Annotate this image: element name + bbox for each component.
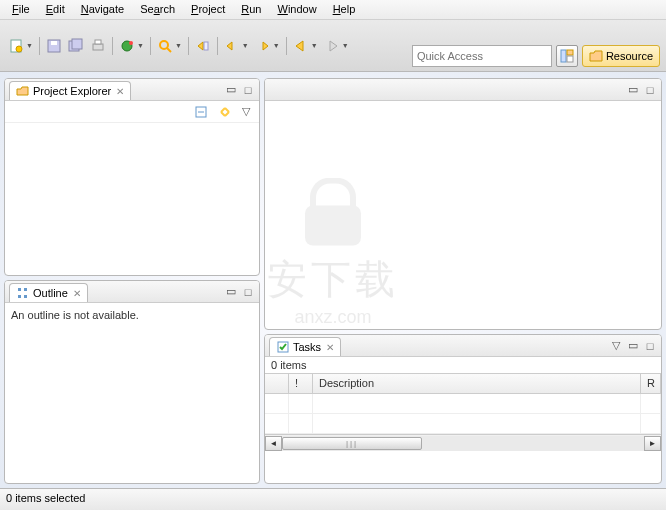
menu-file[interactable]: File bbox=[4, 0, 38, 19]
svg-point-10 bbox=[160, 41, 168, 49]
col-complete[interactable] bbox=[265, 374, 289, 393]
project-explorer-tab[interactable]: Project Explorer ✕ bbox=[9, 81, 131, 100]
print-button[interactable] bbox=[88, 36, 108, 56]
svg-rect-14 bbox=[567, 50, 573, 55]
svg-rect-6 bbox=[93, 44, 103, 50]
status-bar: 0 items selected bbox=[0, 488, 666, 510]
close-icon[interactable]: ✕ bbox=[116, 86, 124, 97]
nav-next-dropdown[interactable]: ▼ bbox=[273, 42, 280, 49]
menu-edit[interactable]: Edit bbox=[38, 0, 73, 19]
scroll-thumb[interactable]: ||| bbox=[282, 437, 422, 450]
menu-navigate[interactable]: Navigate bbox=[73, 0, 132, 19]
scroll-track[interactable]: ||| bbox=[282, 436, 644, 451]
editor-area: ▭ □ bbox=[264, 78, 662, 330]
tasks-tab[interactable]: Tasks ✕ bbox=[269, 337, 341, 356]
maximize-icon[interactable]: □ bbox=[241, 83, 255, 97]
new-button[interactable] bbox=[6, 36, 26, 56]
forward-button[interactable] bbox=[322, 36, 342, 56]
svg-rect-7 bbox=[95, 40, 101, 44]
svg-rect-13 bbox=[561, 50, 566, 62]
menu-bar: File Edit Navigate Search Project Run Wi… bbox=[0, 0, 666, 20]
forward-dropdown[interactable]: ▼ bbox=[342, 42, 349, 49]
project-explorer-view: Project Explorer ✕ ▭ □ ▽ bbox=[4, 78, 260, 276]
back-button[interactable] bbox=[291, 36, 311, 56]
col-resource[interactable]: R bbox=[641, 374, 661, 393]
scroll-right-button[interactable]: ► bbox=[644, 436, 661, 451]
nav-next-annotation-button[interactable] bbox=[253, 36, 273, 56]
minimize-icon[interactable]: ▭ bbox=[626, 83, 640, 97]
view-menu-icon[interactable]: ▽ bbox=[609, 339, 623, 353]
debug-button[interactable] bbox=[117, 36, 137, 56]
svg-rect-18 bbox=[18, 288, 21, 291]
svg-rect-5 bbox=[72, 39, 82, 49]
resource-perspective-button[interactable]: Resource bbox=[582, 45, 660, 67]
new-dropdown[interactable]: ▼ bbox=[26, 42, 33, 49]
project-explorer-title: Project Explorer bbox=[33, 85, 111, 97]
tasks-title: Tasks bbox=[293, 341, 321, 353]
search-dropdown[interactable]: ▼ bbox=[175, 42, 182, 49]
svg-rect-15 bbox=[567, 56, 573, 62]
minimize-icon[interactable]: ▭ bbox=[626, 339, 640, 353]
maximize-icon[interactable]: □ bbox=[241, 285, 255, 299]
status-text: 0 items selected bbox=[6, 492, 85, 504]
svg-rect-20 bbox=[24, 288, 27, 291]
folder-icon bbox=[589, 49, 603, 63]
outline-title: Outline bbox=[33, 287, 68, 299]
svg-point-9 bbox=[129, 41, 133, 45]
svg-rect-12 bbox=[204, 42, 208, 50]
menu-help[interactable]: Help bbox=[325, 0, 364, 19]
tasks-table: ! Description R bbox=[265, 373, 661, 434]
save-all-button[interactable] bbox=[66, 36, 86, 56]
tasks-icon bbox=[276, 340, 290, 354]
maximize-icon[interactable]: □ bbox=[643, 83, 657, 97]
table-row[interactable] bbox=[265, 394, 661, 414]
minimize-icon[interactable]: ▭ bbox=[224, 285, 238, 299]
close-icon[interactable]: ✕ bbox=[73, 288, 81, 299]
svg-rect-3 bbox=[51, 41, 57, 45]
collapse-all-button[interactable] bbox=[191, 102, 211, 122]
outline-icon bbox=[16, 286, 30, 300]
nav-prev-dropdown[interactable]: ▼ bbox=[242, 42, 249, 49]
resource-label: Resource bbox=[606, 50, 653, 62]
horizontal-scrollbar[interactable]: ◄ ||| ► bbox=[265, 434, 661, 451]
maximize-icon[interactable]: □ bbox=[643, 339, 657, 353]
svg-rect-19 bbox=[18, 295, 21, 298]
search-button[interactable] bbox=[155, 36, 175, 56]
link-editor-button[interactable] bbox=[215, 102, 235, 122]
tasks-count: 0 items bbox=[265, 357, 661, 373]
debug-dropdown[interactable]: ▼ bbox=[137, 42, 144, 49]
outline-message: An outline is not available. bbox=[5, 303, 259, 483]
editor-body[interactable] bbox=[265, 101, 661, 329]
col-priority[interactable]: ! bbox=[289, 374, 313, 393]
back-dropdown[interactable]: ▼ bbox=[311, 42, 318, 49]
outline-view: Outline ✕ ▭ □ An outline is not availabl… bbox=[4, 280, 260, 484]
outline-tab[interactable]: Outline ✕ bbox=[9, 283, 88, 302]
table-row[interactable] bbox=[265, 414, 661, 434]
nav-last-edit-button[interactable] bbox=[193, 36, 213, 56]
menu-run[interactable]: Run bbox=[233, 0, 269, 19]
menu-project[interactable]: Project bbox=[183, 0, 233, 19]
quick-access-input[interactable] bbox=[412, 45, 552, 67]
svg-point-1 bbox=[16, 46, 22, 52]
minimize-icon[interactable]: ▭ bbox=[224, 83, 238, 97]
main-toolbar: ▼ ▼ ▼ ▼ ▼ ▼ ▼ Resource bbox=[0, 20, 666, 72]
svg-line-11 bbox=[167, 48, 171, 52]
svg-rect-21 bbox=[24, 295, 27, 298]
col-description[interactable]: Description bbox=[313, 374, 641, 393]
tasks-view: Tasks ✕ ▽ ▭ □ 0 items ! Description R bbox=[264, 334, 662, 484]
menu-search[interactable]: Search bbox=[132, 0, 183, 19]
folder-icon bbox=[16, 84, 30, 98]
project-explorer-body[interactable] bbox=[5, 123, 259, 275]
open-perspective-button[interactable] bbox=[556, 45, 578, 67]
nav-prev-annotation-button[interactable] bbox=[222, 36, 242, 56]
close-icon[interactable]: ✕ bbox=[326, 342, 334, 353]
scroll-left-button[interactable]: ◄ bbox=[265, 436, 282, 451]
menu-window[interactable]: Window bbox=[269, 0, 324, 19]
save-button[interactable] bbox=[44, 36, 64, 56]
view-menu-icon[interactable]: ▽ bbox=[239, 105, 253, 119]
workspace: Project Explorer ✕ ▭ □ ▽ Outline bbox=[0, 72, 666, 488]
